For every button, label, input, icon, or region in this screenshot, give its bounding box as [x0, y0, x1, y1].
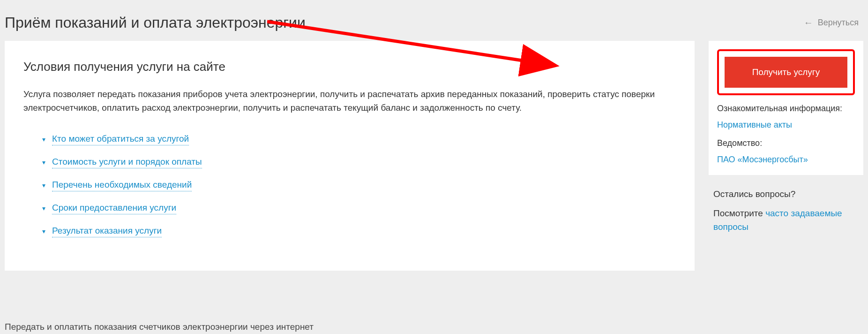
- normative-acts-link[interactable]: Нормативные акты: [717, 120, 855, 130]
- accordion-label: Перечень необходимых сведений: [52, 180, 192, 191]
- accordion-item-timing[interactable]: ▾ Сроки предоставления услуги: [42, 203, 676, 214]
- questions-block: Остались вопросы? Посмотрите часто задав…: [709, 189, 863, 234]
- accordion-label: Сроки предоставления услуги: [52, 203, 176, 214]
- chevron-down-icon: ▾: [42, 182, 45, 189]
- chevron-down-icon: ▾: [42, 136, 45, 143]
- page-title: Приём показаний и оплата электроэнергии: [5, 14, 306, 31]
- accordion-list: ▾ Кто может обратиться за услугой ▾ Стои…: [23, 134, 676, 237]
- accordion-item-cost[interactable]: ▾ Стоимость услуги и порядок оплаты: [42, 157, 676, 168]
- service-description: Услуга позволяет передать показания приб…: [23, 87, 676, 115]
- accordion-item-result[interactable]: ▾ Результат оказания услуги: [42, 226, 676, 237]
- footer-caption: Передать и оплатить показания счетчиков …: [5, 322, 314, 332]
- agency-link[interactable]: ПАО «Мосэнергосбыт»: [717, 155, 855, 165]
- accordion-label: Кто может обратиться за услугой: [52, 134, 189, 145]
- main-content-card: Условия получения услуги на сайте Услуга…: [5, 41, 695, 271]
- sidebar-card: Получить услугу Ознакомительная информац…: [709, 41, 863, 175]
- accordion-item-who[interactable]: ▾ Кто может обратиться за услугой: [42, 134, 676, 145]
- questions-title: Остались вопросы?: [713, 189, 859, 199]
- chevron-down-icon: ▾: [42, 205, 45, 212]
- sidebar: Получить услугу Ознакомительная информац…: [709, 41, 863, 271]
- accordion-label: Стоимость услуги и порядок оплаты: [52, 157, 202, 168]
- cta-highlight-box: Получить услугу: [717, 49, 855, 95]
- get-service-button[interactable]: Получить услугу: [725, 57, 847, 88]
- back-link[interactable]: ← Вернуться: [804, 17, 859, 28]
- chevron-down-icon: ▾: [42, 159, 45, 166]
- chevron-down-icon: ▾: [42, 228, 45, 235]
- questions-text: Посмотрите часто задаваемые вопросы: [713, 207, 859, 234]
- questions-prefix: Посмотрите: [713, 208, 765, 218]
- agency-label: Ведомство:: [717, 138, 855, 148]
- info-label: Ознакомительная информация:: [717, 104, 855, 114]
- back-label: Вернуться: [818, 18, 859, 28]
- arrow-left-icon: ←: [804, 17, 813, 28]
- service-conditions-title: Условия получения услуги на сайте: [23, 60, 676, 74]
- accordion-label: Результат оказания услуги: [52, 226, 162, 237]
- accordion-item-requirements[interactable]: ▾ Перечень необходимых сведений: [42, 180, 676, 191]
